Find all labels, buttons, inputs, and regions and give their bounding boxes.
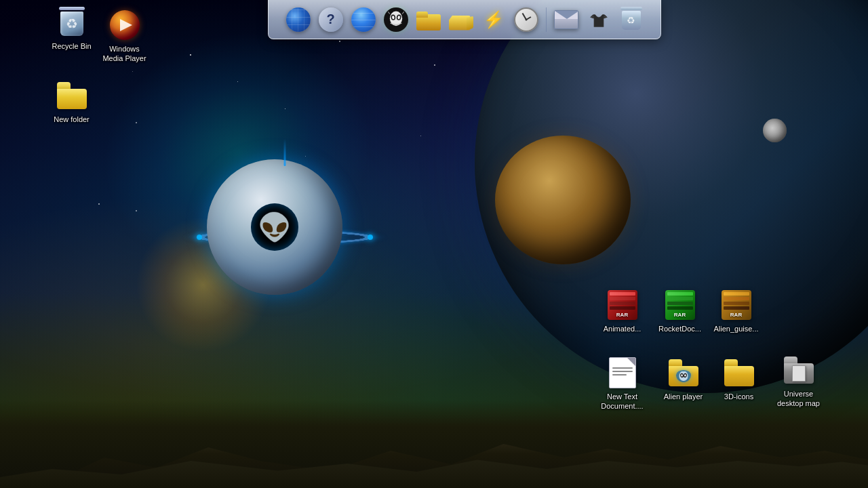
wmp-image xyxy=(108,9,141,41)
desktop-icon-alien-guise[interactable]: RAR Alien_guise... xyxy=(707,286,765,336)
svg-line-6 xyxy=(402,12,404,14)
animated-image: RAR xyxy=(606,289,639,321)
new-folder-image xyxy=(56,79,88,112)
animated-label: Animated... xyxy=(604,324,642,333)
desktop-icon-new-text-document[interactable]: New Text Document.... xyxy=(593,354,651,414)
new-text-document-label: New Text Document.... xyxy=(596,392,648,411)
spaceship-body: 👽 xyxy=(207,159,342,295)
taskbar-icon-clock[interactable] xyxy=(512,5,540,34)
rocketdoc-label: RocketDoc... xyxy=(658,324,701,333)
recycle-taskbar-icon: ♻ xyxy=(619,7,644,33)
desktop-icon-universe-desktop-map[interactable]: Universe desktop map xyxy=(770,351,827,411)
alien-symbol: 👽 xyxy=(251,203,298,251)
taskbar: ? xyxy=(268,0,661,39)
lightning-icon: ⚡ xyxy=(481,7,506,32)
mountains xyxy=(0,400,868,488)
svg-line-5 xyxy=(388,12,390,14)
universe-desktop-map-image xyxy=(783,354,815,386)
tshirt-icon xyxy=(587,7,611,32)
recycle-bin-image: ♻ xyxy=(56,6,88,39)
3d-icons-label: 3D-icons xyxy=(724,392,753,401)
taskbar-separator xyxy=(546,7,547,32)
clock-icon xyxy=(514,7,538,32)
globe2-icon xyxy=(351,7,376,32)
taskbar-icon-network[interactable] xyxy=(349,5,378,34)
desktop-icon-3d-icons[interactable]: 3D-icons xyxy=(710,354,768,404)
wmp-label: Windows Media Player xyxy=(98,44,151,64)
taskbar-icon-recycle[interactable]: ♻ xyxy=(617,5,646,34)
desktop-icon-animated[interactable]: RAR Animated... xyxy=(593,286,651,336)
rocketdoc-image: RAR xyxy=(664,289,696,321)
taskbar-icon-internet-explorer[interactable] xyxy=(284,5,313,34)
planet-brown xyxy=(495,136,631,264)
question-icon: ? xyxy=(319,7,343,32)
new-text-document-image xyxy=(606,357,639,389)
taskbar-icon-help[interactable]: ? xyxy=(317,5,345,34)
new-folder-label: New folder xyxy=(54,115,90,124)
center-spaceship-visual: 👽 xyxy=(190,108,380,366)
desktop-icon-new-folder[interactable]: New folder xyxy=(43,77,100,127)
taskbar-icon-folder[interactable] xyxy=(414,5,443,34)
alien-guise-image: RAR xyxy=(720,289,753,321)
desktop-icon-alien-player[interactable]: Alien player xyxy=(654,354,712,404)
alien-player-label: Alien player xyxy=(664,392,703,401)
desktop-icon-rocketdoc[interactable]: RAR RocketDoc... xyxy=(651,286,709,336)
mail-icon xyxy=(554,10,578,29)
alien-player-image xyxy=(667,357,700,389)
taskbar-icon-quicklaunch[interactable]: ⚡ xyxy=(479,5,508,34)
alien-head-icon xyxy=(384,7,408,32)
taskbar-icon-mail[interactable] xyxy=(552,5,580,34)
3d-icons-image xyxy=(723,357,755,389)
globe-icon xyxy=(286,7,311,32)
recycle-bin-label: Recycle Bin xyxy=(52,41,91,51)
taskbar-icon-folder-open[interactable] xyxy=(447,5,475,34)
desktop-icon-windows-media-player[interactable]: Windows Media Player xyxy=(96,6,153,66)
taskbar-icon-wardrobe[interactable] xyxy=(585,5,613,34)
moon xyxy=(763,119,787,142)
folder-icon xyxy=(416,9,441,30)
open-folder-icon xyxy=(449,9,473,30)
universe-desktop-map-label: Universe desktop map xyxy=(772,389,825,409)
alien-guise-label: Alien_guise... xyxy=(713,324,758,333)
taskbar-icon-alienware[interactable] xyxy=(382,5,410,34)
desktop-icon-recycle-bin[interactable]: ♻ Recycle Bin xyxy=(43,3,100,54)
